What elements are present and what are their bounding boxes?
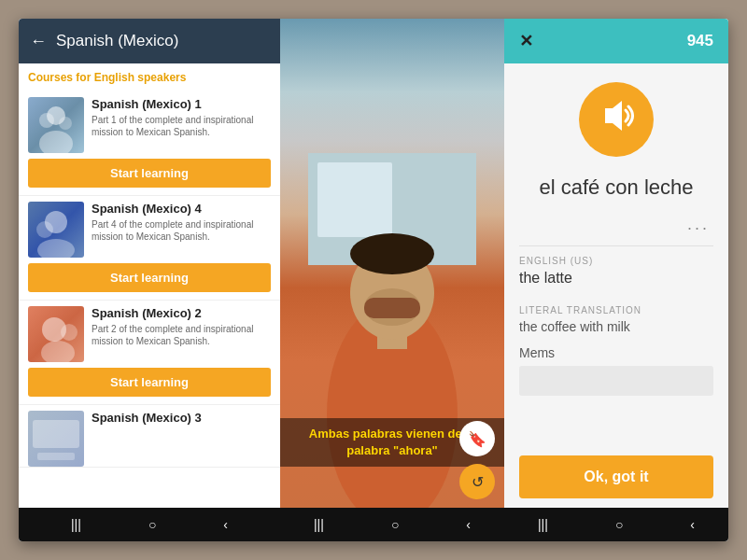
svg-point-8 [36,221,53,238]
svg-point-21 [350,233,434,274]
svg-point-2 [39,131,73,153]
back-button[interactable]: ← [30,32,47,51]
left-nav-back-icon[interactable]: ‹ [223,517,228,532]
right-content: el café con leche ... ENGLISH (US) the l… [504,63,728,508]
phrase-display: el café con leche [539,175,693,200]
course-thumb-3 [28,306,84,362]
svg-rect-15 [37,453,75,460]
course-info-3: Spanish (Mexico) 2 Part 2 of the complet… [92,306,271,347]
english-translation: the latte [519,270,713,287]
right-nav-bar: ||| ○ ‹ [504,508,728,541]
right-nav-back-icon[interactable]: ‹ [690,517,695,532]
score-display: 945 [687,32,713,50]
translation-section: ENGLISH (US) the latte [519,245,713,298]
mems-section: Mems [519,345,713,407]
svg-point-11 [41,341,75,362]
svg-point-7 [37,239,75,258]
right-header: ✕ 945 [504,19,728,63]
left-title: Spanish (Mexico) [56,32,178,50]
mems-label: Mems [519,345,713,360]
english-label: ENGLISH (US) [519,256,713,266]
audio-button[interactable] [579,82,654,157]
bookmark-button[interactable]: 🔖 [459,421,495,456]
svg-rect-17 [317,162,392,237]
middle-nav-bar: ||| ○ ‹ [280,508,504,541]
start-learning-btn-2[interactable]: Start learning [28,263,271,292]
course-thumb-4 [28,411,84,467]
course-info-1: Spanish (Mexico) 1 Part 1 of the complet… [92,97,271,138]
course-item-1: Spanish (Mexico) 1 Part 1 of the complet… [19,91,280,196]
course-title-4: Spanish (Mexico) 3 [92,411,271,425]
mid-nav-menu-icon[interactable]: ||| [314,517,324,532]
course-desc-2: Part 4 of the complete and inspirational… [92,218,271,243]
start-learning-btn-1[interactable]: Start learning [28,159,271,188]
mid-nav-back-icon[interactable]: ‹ [466,517,471,532]
video-controls: 🔖 ↺ [459,421,495,499]
close-button[interactable]: ✕ [519,31,533,51]
ok-got-it-button[interactable]: Ok, got it [519,455,713,498]
course-item-4: Spanish (Mexico) 3 [19,405,280,468]
speaker-icon [596,95,637,145]
svg-point-3 [39,113,54,128]
svg-point-12 [61,324,78,341]
literal-translation: the coffee with milk [519,319,713,334]
course-desc-3: Part 2 of the complete and inspirational… [92,323,271,347]
course-title-1: Spanish (Mexico) 1 [92,97,271,111]
right-panel: ✕ 945 el café con leche ... ENGLISH (US)… [504,19,728,541]
left-header: ← Spanish (Mexico) [19,19,280,63]
mid-nav-home-icon[interactable]: ○ [391,517,399,532]
literal-label: LITERAL TRANSLATION [519,305,713,315]
replay-button[interactable]: ↺ [459,464,495,499]
right-nav-menu-icon[interactable]: ||| [538,517,548,532]
courses-subtitle: Courses for English speakers [19,63,280,88]
literal-section: LITERAL TRANSLATION the coffee with milk [519,305,713,345]
svg-rect-14 [33,420,79,448]
course-info-2: Spanish (Mexico) 4 Part 4 of the complet… [92,202,271,243]
left-nav-menu-icon[interactable]: ||| [71,517,81,532]
svg-marker-24 [605,101,622,131]
left-nav-home-icon[interactable]: ○ [148,517,156,532]
course-item-2: Spanish (Mexico) 4 Part 4 of the complet… [19,196,280,301]
course-item-3: Spanish (Mexico) 2 Part 2 of the complet… [19,301,280,405]
middle-panel: Ambas palabras vienen de la palabra "aho… [280,19,504,541]
more-options-button[interactable]: ... [687,215,713,234]
svg-rect-23 [364,298,420,318]
start-learning-btn-3[interactable]: Start learning [28,368,271,397]
course-title-2: Spanish (Mexico) 4 [92,202,271,216]
course-title-3: Spanish (Mexico) 2 [92,306,271,320]
course-thumb-2 [28,202,84,258]
right-nav-home-icon[interactable]: ○ [615,517,623,532]
course-list: Spanish (Mexico) 1 Part 1 of the complet… [19,88,280,508]
mems-input-field[interactable] [519,366,713,396]
svg-point-4 [59,117,72,130]
course-desc-1: Part 1 of the complete and inspirational… [92,114,271,138]
left-nav-bar: ||| ○ ‹ [19,508,280,541]
course-thumb-1 [28,97,84,153]
left-panel: ← Spanish (Mexico) Courses for English s… [19,19,280,541]
course-info-4: Spanish (Mexico) 3 [92,411,271,427]
